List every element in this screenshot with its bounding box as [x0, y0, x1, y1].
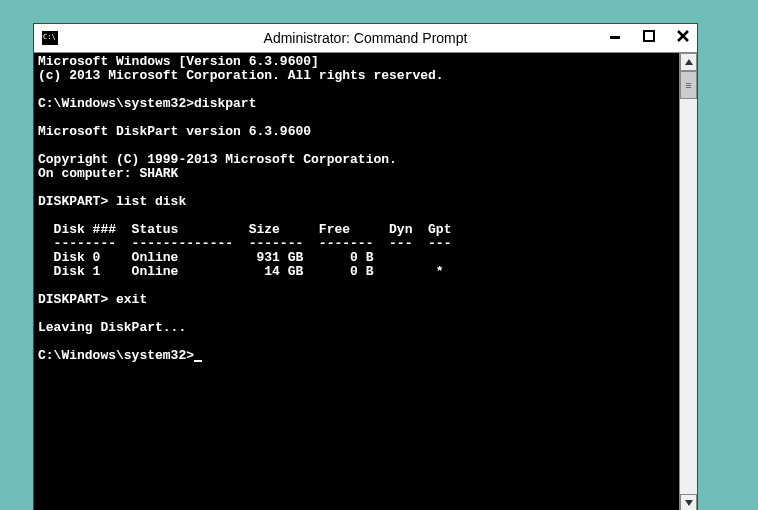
line: Leaving DiskPart... [38, 320, 186, 335]
svg-rect-0 [610, 36, 620, 39]
terminal-output[interactable]: Microsoft Windows [Version 6.3.9600] (c)… [34, 53, 679, 510]
scroll-up-button[interactable] [680, 53, 697, 71]
line: Disk ### Status Size Free Dyn Gpt [38, 222, 451, 237]
line: C:\Windows\system32>diskpart [38, 96, 256, 111]
svg-rect-1 [644, 31, 654, 41]
maximize-icon [643, 30, 655, 42]
command-prompt-window: Administrator: Command Prompt Microsoft … [33, 23, 698, 510]
line: Microsoft Windows [Version 6.3.9600] [38, 54, 319, 69]
terminal-area: Microsoft Windows [Version 6.3.9600] (c)… [34, 52, 697, 510]
window-title: Administrator: Command Prompt [34, 30, 697, 46]
line: Disk 1 Online 14 GB 0 B * [38, 264, 444, 279]
scroll-track[interactable] [680, 71, 697, 494]
cursor [194, 360, 202, 362]
vertical-scrollbar[interactable] [679, 53, 697, 510]
chevron-down-icon [685, 500, 693, 506]
prompt: C:\Windows\system32> [38, 348, 194, 363]
chevron-up-icon [685, 59, 693, 65]
line: Copyright (C) 1999-2013 Microsoft Corpor… [38, 152, 397, 167]
line: -------- ------------- ------- ------- -… [38, 236, 451, 251]
minimize-button[interactable] [605, 26, 625, 46]
titlebar[interactable]: Administrator: Command Prompt [34, 24, 697, 52]
line: Disk 0 Online 931 GB 0 B [38, 250, 373, 265]
line: Microsoft DiskPart version 6.3.9600 [38, 124, 311, 139]
line: DISKPART> exit [38, 292, 147, 307]
close-icon [677, 30, 689, 42]
svg-marker-5 [685, 500, 693, 506]
maximize-button[interactable] [639, 26, 659, 46]
line: On computer: SHARK [38, 166, 178, 181]
close-button[interactable] [673, 26, 693, 46]
minimize-icon [609, 30, 621, 42]
cmd-icon [42, 31, 58, 45]
scroll-thumb[interactable] [680, 71, 697, 99]
scroll-down-button[interactable] [680, 494, 697, 510]
window-controls [605, 26, 693, 46]
line: DISKPART> list disk [38, 194, 186, 209]
line: (c) 2013 Microsoft Corporation. All righ… [38, 68, 444, 83]
svg-marker-4 [685, 59, 693, 65]
